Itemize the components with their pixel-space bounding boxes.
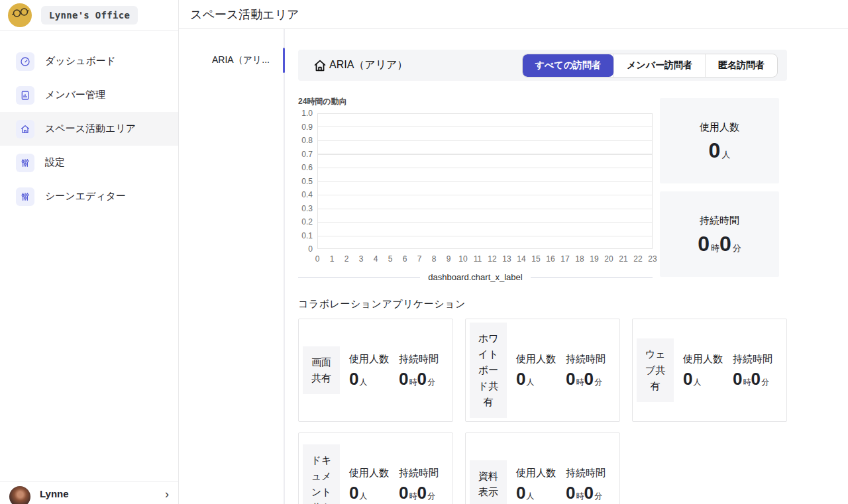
sidebar-item-dashboard[interactable]: ダッシュボード <box>0 44 178 78</box>
sidebar-nav: ダッシュボード メンバー管理 スペース活動エリア 設定 <box>0 31 178 213</box>
tab-member-visitors[interactable]: メンバー訪問者 <box>613 54 705 77</box>
members-icon <box>16 86 34 105</box>
sidebar-item-settings[interactable]: 設定 <box>0 146 178 179</box>
space-title-label: ARIA（アリア） <box>329 58 407 72</box>
x-axis-legend: dashboard.chart_x_label <box>298 272 653 282</box>
app-card-material-display: 資料表示 使用人数 0人 持続時間 0時0分 <box>465 432 620 504</box>
tab-all-visitors[interactable]: すべての訪問者 <box>523 54 613 77</box>
minute-unit: 分 <box>594 491 602 502</box>
subnav-item-aria[interactable]: ARIA（アリ... <box>179 48 285 73</box>
minutes-value: 0 <box>584 484 593 501</box>
chart-title: 24時間の動向 <box>298 96 653 107</box>
space-panel: ARIA（アリア） すべての訪問者 メンバー訪問者 匿名訪問者 24時間の動向 … <box>285 29 848 504</box>
trend-chart: 24時間の動向 1.00.90.80.70.60.50.40.30.20.10 … <box>298 96 653 282</box>
sidebar-item-label: 設定 <box>45 156 65 169</box>
app-name-tag: ウェブ共有 <box>637 338 674 402</box>
legend-line-left <box>298 277 420 277</box>
stat-minutes: 0 <box>719 233 731 254</box>
stat-hours: 0 <box>698 233 710 254</box>
summary-stats: 使用人数 0 人 持続時間 0 時 0 分 <box>660 98 779 282</box>
app-name-tag: ホワイトボード共有 <box>470 323 507 418</box>
sidebar-item-label: ダッシュボード <box>45 55 116 68</box>
minutes-value: 0 <box>751 370 760 387</box>
collaboration-section: コラボレーションアプリケーション 画面共有 使用人数 0人 持続時間 0時0分 <box>298 298 787 504</box>
users-value: 0 <box>516 370 525 387</box>
stat-hours-unit: 時 <box>711 242 719 254</box>
app-name-tag: ドキュメント共有 <box>303 444 340 504</box>
app-card-web-share: ウェブ共有 使用人数 0人 持続時間 0時0分 <box>632 319 787 422</box>
collaboration-heading: コラボレーションアプリケーション <box>298 298 787 311</box>
page-header: スペース活動エリア <box>179 0 848 29</box>
glasses-icon <box>8 3 32 27</box>
sidebar-item-space-activity[interactable]: スペース活動エリア <box>0 112 178 146</box>
subnav-active-indicator <box>283 48 285 73</box>
users-value: 0 <box>349 484 358 501</box>
home-icon <box>313 58 327 73</box>
users-label: 使用人数 <box>683 353 723 366</box>
hour-unit: 時 <box>743 377 751 388</box>
users-label: 使用人数 <box>516 467 556 479</box>
hours-value: 0 <box>566 484 575 501</box>
page-title: スペース活動エリア <box>190 7 299 23</box>
duration-label: 持続時間 <box>566 353 606 366</box>
visitor-tabs: すべての訪問者 メンバー訪問者 匿名訪問者 <box>522 54 778 77</box>
subnav-rail <box>284 29 285 504</box>
users-label: 使用人数 <box>349 467 389 479</box>
person-unit: 人 <box>359 377 367 388</box>
hours-value: 0 <box>733 370 742 387</box>
users-label: 使用人数 <box>516 353 556 366</box>
app-name-tag: 画面共有 <box>303 346 340 394</box>
home-icon <box>16 120 34 138</box>
stat-value: 0 <box>709 140 721 161</box>
workspace-header: Lynne's Office <box>0 0 178 31</box>
workspace-avatar[interactable] <box>8 3 32 27</box>
user-profile-row[interactable]: Lynne › <box>0 481 178 504</box>
duration-label: 持続時間 <box>399 467 439 479</box>
hour-unit: 時 <box>576 377 584 388</box>
duration-label: 持続時間 <box>566 467 606 479</box>
x-axis-labels: 01234567891011121314151617181920212223 <box>317 254 653 264</box>
person-unit: 人 <box>693 377 701 388</box>
user-name: Lynne <box>40 488 69 499</box>
users-label: 使用人数 <box>349 353 389 366</box>
hour-unit: 時 <box>576 491 584 502</box>
sidebar-item-members[interactable]: メンバー管理 <box>0 78 178 112</box>
user-avatar <box>9 486 30 504</box>
stat-label: 使用人数 <box>700 121 739 134</box>
hours-value: 0 <box>566 370 575 387</box>
minute-unit: 分 <box>761 377 769 388</box>
app-card-screen-share: 画面共有 使用人数 0人 持続時間 0時0分 <box>298 319 453 422</box>
app-name-tag: 資料表示 <box>470 460 507 504</box>
space-subnav: ARIA（アリ... <box>179 29 285 504</box>
legend-line-right <box>531 277 653 277</box>
minutes-value: 0 <box>417 484 426 501</box>
sidebar-item-label: シーンエディター <box>45 190 126 203</box>
tab-anonymous-visitors[interactable]: 匿名訪問者 <box>705 54 777 77</box>
minutes-value: 0 <box>584 370 593 387</box>
minutes-value: 0 <box>417 370 426 387</box>
chart-plot-area <box>317 113 653 249</box>
hour-unit: 時 <box>409 377 417 388</box>
sidebar-item-scene-editor[interactable]: シーンエディター <box>0 179 178 213</box>
chart-and-stats: 24時間の動向 1.00.90.80.70.60.50.40.30.20.10 … <box>298 96 787 282</box>
stat-label: 持続時間 <box>700 215 739 227</box>
sliders-icon <box>16 154 34 172</box>
person-unit: 人 <box>526 377 534 388</box>
duration-label: 持続時間 <box>399 353 439 366</box>
sidebar: Lynne's Office ダッシュボード メンバー管理 スペース活動エリア <box>0 0 179 504</box>
chevron-right-icon[interactable]: › <box>165 487 169 501</box>
users-value: 0 <box>516 484 525 501</box>
stat-minutes-unit: 分 <box>733 242 741 254</box>
stat-unit: 人 <box>721 149 730 161</box>
duration-label: 持続時間 <box>733 353 772 366</box>
app-card-document-share: ドキュメント共有 使用人数 0人 持続時間 0時0分 <box>298 432 453 504</box>
minute-unit: 分 <box>427 491 435 502</box>
workspace-name[interactable]: Lynne's Office <box>41 6 138 25</box>
sidebar-item-label: スペース活動エリア <box>45 123 136 135</box>
sidebar-item-label: メンバー管理 <box>45 89 105 101</box>
hours-value: 0 <box>399 370 408 387</box>
chart-x-label: dashboard.chart_x_label <box>428 272 522 282</box>
hours-value: 0 <box>399 484 408 501</box>
users-stat-card: 使用人数 0 人 <box>660 98 779 183</box>
sliders-icon <box>16 187 34 206</box>
